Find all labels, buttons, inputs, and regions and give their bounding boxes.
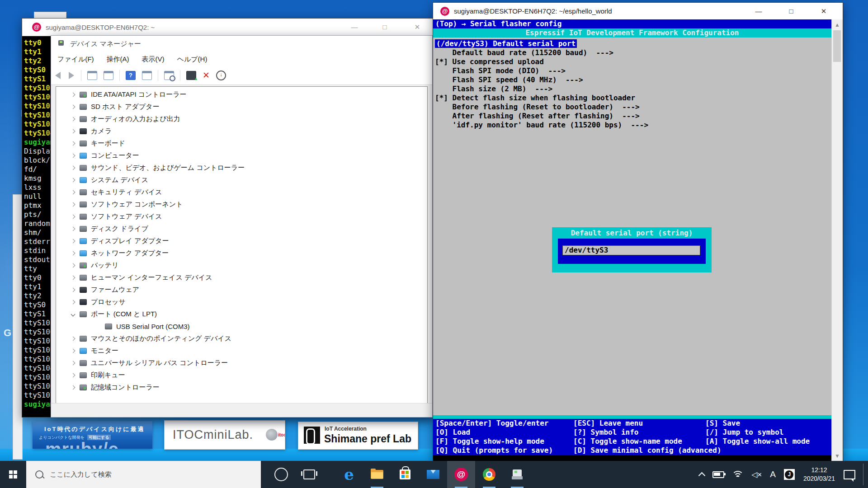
properties-icon[interactable]: [104, 71, 113, 80]
device-tree-row[interactable]: キーボード: [56, 137, 427, 150]
device-tree-row[interactable]: ユニバーサル シリアル バス コントローラー: [56, 357, 427, 369]
taskbar-search-input[interactable]: ここに入力して検索: [26, 461, 261, 488]
chevron-right-icon[interactable]: [70, 238, 77, 245]
device-manager-button[interactable]: [503, 461, 531, 488]
menuconfig-menu[interactable]: (/dev/ttyS3) Default serial port Default…: [433, 38, 831, 415]
edge-button[interactable]: e: [335, 461, 363, 488]
scroll-thumb[interactable]: [833, 30, 841, 62]
forward-icon[interactable]: [69, 72, 74, 79]
device-tree-row[interactable]: システム デバイス: [56, 174, 427, 186]
start-button[interactable]: [0, 461, 26, 488]
console-view-icon[interactable]: [87, 71, 97, 80]
menu-help[interactable]: ヘルプ(H): [171, 55, 214, 64]
chevron-right-icon[interactable]: [70, 140, 77, 147]
chevron-right-icon[interactable]: [70, 103, 77, 111]
device-tree-row[interactable]: ファームウェア: [56, 284, 427, 296]
chevron-right-icon[interactable]: [70, 384, 77, 391]
device-tree-row[interactable]: バッテリ: [56, 259, 427, 272]
network-button[interactable]: [732, 471, 743, 479]
menuconfig-titlebar[interactable]: @ sugiyama@DESKTOP-EN6H7Q2: ~/esp/hello_…: [433, 3, 843, 19]
menu-view[interactable]: 表示(V): [136, 55, 171, 64]
menuconfig-item[interactable]: [*] Detect flash size when flashing boot…: [433, 94, 831, 103]
device-tree-row[interactable]: ディスプレイ アダプター: [56, 235, 427, 247]
ime-mode-button[interactable]: A: [770, 469, 776, 479]
scrollbar[interactable]: ▲ ▼: [831, 19, 843, 461]
device-tree-row[interactable]: プロセッサ: [56, 296, 427, 308]
chevron-right-icon[interactable]: [70, 91, 77, 99]
device-tree-row[interactable]: ネットワーク アダプター: [56, 247, 427, 259]
ime-language-button[interactable]: J: [784, 469, 795, 480]
device-manager-titlebar[interactable]: デバイス マネージャー: [51, 36, 432, 52]
cortana-button[interactable]: [267, 461, 295, 488]
hidden-icons-button[interactable]: [699, 471, 704, 478]
minimize-button[interactable]: —: [750, 3, 768, 19]
close-button[interactable]: ✕: [815, 3, 833, 19]
microsoft-store-button[interactable]: [391, 461, 419, 488]
device-tree-row[interactable]: IDE ATA/ATAPI コントローラー: [56, 89, 427, 101]
chevron-right-icon[interactable]: [70, 116, 77, 123]
device-tree-row[interactable]: 印刷キュー: [56, 369, 427, 381]
scan-hardware-changes-icon[interactable]: [164, 71, 174, 80]
chevron-right-icon[interactable]: [70, 372, 77, 379]
device-tree-row[interactable]: サウンド、ビデオ、およびゲーム コントローラー: [56, 162, 427, 174]
device-tree-row[interactable]: ディスク ドライブ: [56, 223, 427, 235]
disable-device-icon[interactable]: ↓: [216, 70, 226, 80]
chevron-right-icon[interactable]: [70, 299, 77, 306]
file-explorer-button[interactable]: [363, 461, 391, 488]
taskbar-clock[interactable]: 12:12 2020/03/21: [803, 466, 835, 483]
menuconfig-item[interactable]: Flash size (2 MB) --->: [433, 84, 831, 94]
chevron-right-icon[interactable]: [70, 347, 77, 355]
device-tree-panel[interactable]: IDE ATA/ATAPI コントローラーSD ホスト アダプターオーディオの入…: [56, 86, 428, 405]
close-button[interactable]: ✕: [408, 19, 426, 36]
debian-terminal-button[interactable]: @: [447, 461, 475, 488]
chevron-right-icon[interactable]: [70, 201, 77, 208]
menuconfig-item-selected[interactable]: (/dev/ttyS3) Default serial port: [433, 39, 831, 48]
chevron-right-icon[interactable]: [70, 274, 77, 282]
device-tree-row[interactable]: ポート (COM と LPT): [56, 308, 427, 320]
device-tree-row[interactable]: USB Serial Port (COM3): [56, 320, 427, 333]
menuconfig-item[interactable]: Before flashing (Reset to bootloader) --…: [433, 103, 831, 112]
show-desktop-button[interactable]: [863, 461, 868, 488]
device-tree-row[interactable]: SD ホスト アダプター: [56, 101, 427, 113]
battery-button[interactable]: [712, 471, 724, 478]
device-tree-row[interactable]: ソフトウェア コンポーネント: [56, 198, 427, 211]
device-tree-row[interactable]: ヒューマン インターフェイス デバイス: [56, 272, 427, 284]
chevron-right-icon[interactable]: [70, 128, 77, 135]
device-tree-row[interactable]: モニター: [56, 345, 427, 357]
volume-button[interactable]: ◁×: [751, 471, 762, 479]
show-console-tree-icon[interactable]: [142, 71, 152, 80]
device-tree-row[interactable]: マウスとそのほかのポインティング デバイス: [56, 333, 427, 345]
device-tree-row[interactable]: カメラ: [56, 125, 427, 137]
minimize-button[interactable]: —: [345, 19, 363, 36]
device-tree-row[interactable]: 記憶域コントローラー: [56, 381, 427, 394]
device-tree-row[interactable]: セキュリティ デバイス: [56, 186, 427, 198]
mail-button[interactable]: [419, 461, 447, 488]
chevron-right-icon[interactable]: [70, 164, 77, 172]
chevron-right-icon[interactable]: [70, 286, 77, 294]
chrome-button[interactable]: [475, 461, 503, 488]
menuconfig-item[interactable]: Flash SPI speed (40 MHz) --->: [433, 75, 831, 84]
menu-file[interactable]: ファイル(F): [51, 55, 100, 64]
help-icon[interactable]: ?: [126, 71, 136, 80]
menu-action[interactable]: 操作(A): [100, 55, 136, 64]
scroll-down-icon[interactable]: ▼: [832, 453, 843, 459]
chevron-right-icon[interactable]: [70, 177, 77, 184]
maximize-button[interactable]: □: [376, 19, 394, 36]
chevron-right-icon[interactable]: [70, 335, 77, 343]
scroll-up-icon[interactable]: ▲: [832, 22, 843, 28]
chevron-right-icon[interactable]: [70, 225, 77, 233]
menuconfig-item[interactable]: [*] Use compressed upload: [433, 57, 831, 66]
serial-port-input[interactable]: /dev/ttyS3: [562, 245, 700, 255]
menuconfig-item[interactable]: Default baud rate (115200 baud) --->: [433, 48, 831, 57]
menuconfig-item[interactable]: Flash SPI mode (DIO) --->: [433, 66, 831, 75]
chevron-right-icon[interactable]: [70, 262, 77, 269]
chevron-right-icon[interactable]: [70, 213, 77, 221]
device-tree-row[interactable]: コンピューター: [56, 150, 427, 162]
left-terminal-titlebar[interactable]: @ sugiyama@DESKTOP-EN6H7Q2: ~ — □ ✕: [22, 19, 434, 36]
maximize-button[interactable]: □: [782, 3, 800, 19]
action-center-button[interactable]: [844, 470, 855, 479]
update-driver-icon[interactable]: [186, 71, 196, 80]
device-tree-row[interactable]: ソフトウェア デバイス: [56, 211, 427, 223]
menuconfig-item[interactable]: After flashing (Reset after flashing) --…: [433, 112, 831, 121]
menuconfig-item[interactable]: 'idf.py monitor' baud rate (115200 bps) …: [433, 121, 831, 130]
